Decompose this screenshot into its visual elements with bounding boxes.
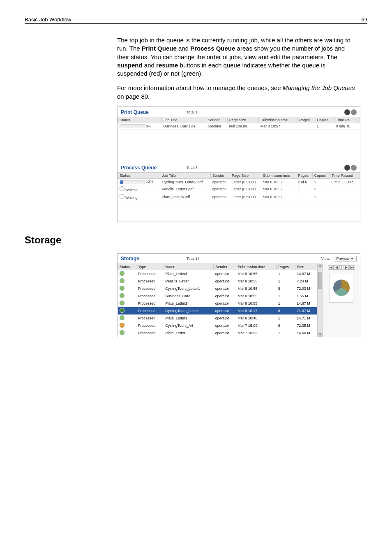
table-row[interactable]: ProcessedCyclingTours_A4operatorMar 7 15… — [118, 322, 317, 329]
cell: operator — [214, 314, 236, 322]
cell: operator — [214, 278, 236, 285]
col-status[interactable]: Status — [118, 264, 136, 270]
col-name[interactable]: Name — [164, 264, 214, 270]
cell: Plate_Letter2 — [164, 300, 214, 307]
table-row[interactable]: ProcessedPlate_LetteroperatorMar 7 16:22… — [118, 329, 317, 337]
cell: 14.67 M — [295, 300, 317, 307]
cell: CyclingTours_Letter1 — [164, 285, 214, 292]
progress-bar — [120, 124, 145, 128]
col-job-title[interactable]: Job Title — [162, 117, 206, 123]
status-icon — [120, 286, 125, 291]
table-row[interactable]: ProcessedPencils_LetteroperatorMar 8 10:… — [118, 278, 317, 285]
cell — [330, 193, 360, 201]
col-page-size[interactable]: Page Size — [227, 117, 258, 123]
col-copies[interactable]: Copies — [315, 117, 334, 123]
col-pages[interactable]: Pages — [296, 173, 312, 179]
cell: Mar 8 10:55 — [236, 300, 277, 307]
pager-prev[interactable]: ◀ — [334, 265, 339, 270]
cell: operator — [214, 285, 236, 292]
paragraph-2: For more information about how to manage… — [117, 84, 355, 101]
table-row[interactable]: ProcessedCyclingTours_LetteroperatorMar … — [118, 307, 317, 314]
cell: Processed — [136, 292, 164, 300]
bold-suspend: suspend — [117, 62, 143, 69]
play-icon[interactable] — [344, 109, 350, 115]
pager-next[interactable]: ▶ — [344, 265, 349, 270]
stop-icon[interactable] — [351, 109, 357, 115]
page-header: Basic Job Workflow 69 — [25, 16, 367, 24]
process-queue-title: Process Queue — [121, 165, 187, 171]
col-submission-time[interactable]: Submission time — [261, 173, 296, 179]
cell: 8 — [277, 285, 295, 292]
preview-thumbnail — [330, 273, 353, 303]
table-row[interactable]: WaitingPencils_Letter1.pdfoperatorLetter… — [118, 185, 360, 193]
col-pages[interactable]: Pages — [277, 264, 295, 270]
status-text: Waiting — [125, 188, 138, 192]
scroll-thumb[interactable] — [318, 272, 322, 289]
cell: Letter (8.5x11) — [230, 193, 261, 201]
col-sender[interactable]: Sender — [210, 173, 230, 179]
cell: Letter (8.5x11) — [230, 185, 261, 193]
storage-screenshot: Storage Total 14 View: Preview ▼ Status … — [117, 253, 360, 337]
scroll-up-icon[interactable]: ▲ — [318, 264, 323, 268]
print-queue-total: Total 1 — [187, 110, 198, 114]
table-row[interactable]: ProcessedBusiness_CardoperatorMar 8 10:5… — [118, 292, 317, 300]
status-icon — [120, 278, 125, 283]
cell: Mar 8 10:57 — [261, 179, 296, 185]
pager-last[interactable]: ▶| — [349, 265, 355, 270]
cell: 1.55 M — [295, 292, 317, 300]
storage-total: Total 14 — [187, 257, 200, 261]
dropdown-value: Preview — [337, 257, 350, 261]
cell: operator — [214, 292, 236, 300]
cell: 71.07 M — [295, 307, 317, 314]
status-icon — [120, 330, 125, 335]
status-icon — [120, 271, 125, 276]
col-status[interactable]: Status — [118, 117, 162, 123]
col-size[interactable]: Size — [295, 264, 317, 270]
col-pages[interactable]: Pages — [297, 117, 315, 123]
table-row[interactable]: ProcessedPlate_Letter1operatorMar 8 10:4… — [118, 314, 317, 322]
cell: Business_Card — [164, 292, 214, 300]
clock-icon — [120, 194, 125, 199]
pager-first[interactable]: |◀ — [328, 265, 334, 270]
status-text: Waiting — [125, 196, 138, 200]
col-page-size[interactable]: Page Size — [230, 173, 261, 179]
cell: 14.66 M — [295, 329, 317, 337]
status-icon — [120, 308, 125, 313]
table-row[interactable]: 12%CyclingTours_Letter2.pdfoperatorLette… — [118, 179, 360, 185]
cell: Pencils_Letter — [164, 278, 214, 285]
cell: 72.03 M — [295, 285, 317, 292]
col-sender[interactable]: Sender — [206, 117, 227, 123]
text: For more information about how to manage… — [117, 84, 283, 91]
progress-pct: 0% — [146, 124, 151, 128]
col-copies[interactable]: Copies — [312, 173, 330, 179]
cell: Plate_Letter3 — [164, 270, 214, 278]
scroll-down-icon[interactable]: ▼ — [318, 333, 323, 337]
cell: Processed — [136, 278, 164, 285]
clock-icon — [120, 186, 125, 191]
table-row[interactable]: ProcessedPlate_Letter2operatorMar 8 10:5… — [118, 300, 317, 307]
table-row[interactable]: ProcessedCyclingTours_Letter1operatorMar… — [118, 285, 317, 292]
table-row[interactable]: ProcessedPlate_Letter3operatorMar 8 10:5… — [118, 270, 317, 278]
col-submission-time[interactable]: Submission time — [236, 264, 277, 270]
vertical-scrollbar[interactable]: ▲ ▼ — [317, 264, 323, 337]
table-row[interactable]: 0% Business_Card1.ps operator null 209.9… — [118, 123, 360, 130]
col-status[interactable]: Status — [118, 173, 160, 179]
col-time-passed[interactable]: Time Passed — [330, 173, 360, 179]
cell: 1 — [296, 185, 312, 193]
play-icon[interactable] — [344, 165, 350, 171]
cell: 1 — [277, 292, 295, 300]
cell: operator — [214, 322, 236, 329]
status-icon — [120, 323, 125, 328]
pager-current[interactable]: 1 — [339, 265, 344, 270]
table-row[interactable]: WaitingPlate_Letter4.pdfoperatorLetter (… — [118, 193, 360, 201]
col-type[interactable]: Type — [136, 264, 164, 270]
col-time-passed[interactable]: Time Pa... — [334, 117, 360, 123]
stop-icon[interactable] — [351, 165, 357, 171]
col-submission-time[interactable]: Submission time — [259, 117, 297, 123]
cell: 2 of 8 — [296, 179, 312, 185]
cell: Mar 7 16:22 — [236, 329, 277, 337]
col-job-title[interactable]: Job Title — [160, 173, 211, 179]
col-sender[interactable]: Sender — [214, 264, 236, 270]
view-dropdown[interactable]: Preview ▼ — [334, 256, 357, 261]
preview-pane: |◀ ◀ 1 ▶ ▶| — [323, 264, 360, 337]
